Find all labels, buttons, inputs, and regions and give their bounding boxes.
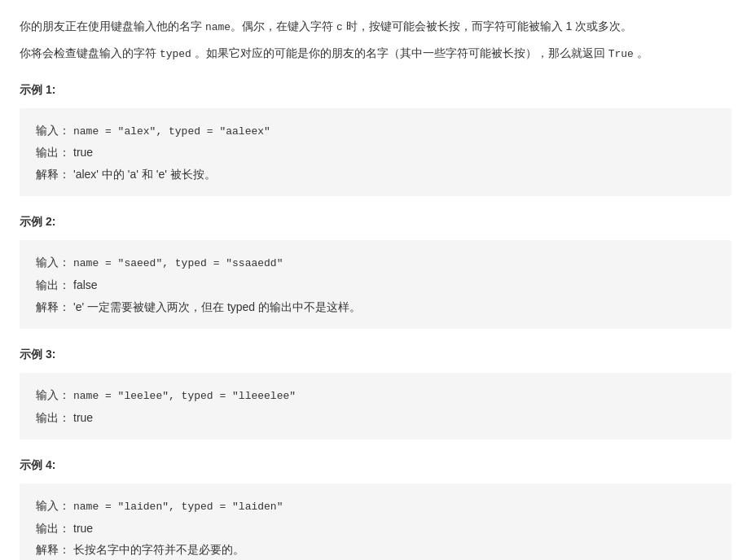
example-output-label-3: 输出： — [36, 407, 70, 429]
example-explain-label-4: 解释： — [36, 539, 70, 560]
example-output-line-2: 输出：false — [36, 274, 715, 296]
desc-code-c: c — [336, 21, 343, 33]
example-title-1: 示例 1: — [20, 81, 731, 100]
example-output-value-1: true — [73, 142, 93, 164]
example-output-line-4: 输出：true — [36, 518, 715, 540]
example-output-value-4: true — [73, 518, 93, 540]
example-explain-label-2: 解释： — [36, 296, 70, 318]
example-explain-value-1: 'alex' 中的 'a' 和 'e' 被长按。 — [73, 164, 216, 186]
example-explain-line-4: 解释：长按名字中的字符并不是必要的。 — [36, 539, 715, 560]
examples-container: 示例 1:输入：name = "alex", typed = "aaleex"输… — [20, 81, 731, 560]
example-title-3: 示例 3: — [20, 345, 731, 365]
example-input-value-3: name = "leelee", typed = "lleeelee" — [73, 387, 296, 407]
example-input-value-2: name = "saeed", typed = "ssaaedd" — [73, 254, 283, 274]
example-explain-label-1: 解释： — [36, 164, 70, 186]
example-input-label-1: 输入： — [36, 120, 70, 142]
example-input-label-4: 输入： — [36, 495, 70, 517]
example-title-4: 示例 4: — [20, 456, 731, 475]
desc-code-name: name — [205, 21, 231, 33]
example-output-label-1: 输出： — [36, 142, 70, 164]
example-input-value-1: name = "alex", typed = "aaleex" — [73, 122, 270, 142]
example-input-label-3: 输入： — [36, 384, 70, 406]
example-input-line-3: 输入：name = "leelee", typed = "lleeelee" — [36, 384, 715, 407]
desc-text-3: 时，按键可能会被长按，而字符可能被输入 1 次或多次。 — [346, 20, 633, 33]
example-output-label-2: 输出： — [36, 274, 70, 296]
example-input-value-4: name = "laiden", typed = "laiden" — [73, 497, 283, 518]
desc-text-4: 你将会检查键盘输入的字符 — [20, 46, 156, 59]
desc-code-typed: typed — [160, 48, 191, 60]
desc-text-1: 你的朋友正在使用键盘输入他的名字 — [20, 20, 202, 33]
example-input-line-1: 输入：name = "alex", typed = "aaleex" — [36, 120, 715, 142]
example-box-1: 输入：name = "alex", typed = "aaleex"输出：tru… — [20, 108, 731, 197]
example-output-value-2: false — [73, 274, 98, 296]
example-explain-line-2: 解释：'e' 一定需要被键入两次，但在 typed 的输出中不是这样。 — [36, 296, 715, 318]
example-explain-value-4: 长按名字中的字符并不是必要的。 — [73, 539, 244, 560]
desc-text-2: 。偶尔，在键入字符 — [231, 20, 333, 33]
example-input-label-2: 输入： — [36, 252, 70, 273]
desc-text-6: 。 — [637, 46, 648, 59]
example-box-2: 输入：name = "saeed", typed = "ssaaedd"输出：f… — [20, 240, 731, 329]
description-line1: 你的朋友正在使用键盘输入他的名字 name。偶尔，在键入字符 c 时，按键可能会… — [20, 16, 731, 37]
example-box-4: 输入：name = "laiden", typed = "laiden"输出：t… — [20, 483, 731, 560]
desc-code-true: True — [608, 48, 634, 60]
example-output-line-1: 输出：true — [36, 142, 715, 164]
example-output-value-3: true — [73, 407, 93, 429]
desc-text-5: 。如果它对应的可能是你的朋友的名字（其中一些字符可能被长按），那么就返回 — [195, 46, 605, 59]
example-output-label-4: 输出： — [36, 518, 70, 540]
example-output-line-3: 输出：true — [36, 407, 715, 429]
example-box-3: 输入：name = "leelee", typed = "lleeelee"输出… — [20, 373, 731, 440]
example-explain-line-1: 解释：'alex' 中的 'a' 和 'e' 被长按。 — [36, 164, 715, 186]
example-input-line-4: 输入：name = "laiden", typed = "laiden" — [36, 495, 715, 518]
example-input-line-2: 输入：name = "saeed", typed = "ssaaedd" — [36, 252, 715, 274]
example-explain-value-2: 'e' 一定需要被键入两次，但在 typed 的输出中不是这样。 — [73, 296, 361, 318]
example-title-2: 示例 2: — [20, 212, 731, 232]
description-line2: 你将会检查键盘输入的字符 typed 。如果它对应的可能是你的朋友的名字（其中一… — [20, 43, 731, 63]
